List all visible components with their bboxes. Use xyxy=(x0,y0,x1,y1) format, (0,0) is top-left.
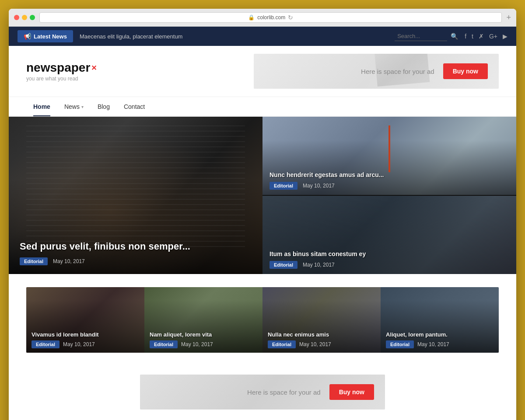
browser-chrome: 🔒 colorlib.com ↻ + xyxy=(9,9,516,27)
nav-item-home[interactable]: Home xyxy=(26,97,57,116)
hero-side-article-2[interactable]: Itum as binus sitam conestum ey Editoria… xyxy=(262,196,516,274)
social-icons: f t ✗ G+ ▶ xyxy=(465,33,508,40)
card-category-1[interactable]: Editorial xyxy=(150,340,178,348)
site-logo: newspaper✕ you are what you read xyxy=(26,61,97,82)
card-title-0: Vivamus id lorem blandit xyxy=(32,331,139,338)
googleplus-icon[interactable]: G+ xyxy=(489,33,497,40)
hero-side-meta-1: Editorial May 10, 2017 xyxy=(270,182,509,190)
section-gap xyxy=(9,274,516,287)
header-ad-banner: Here is space for your ad Buy now xyxy=(254,54,499,89)
card-date-1: May 10, 2017 xyxy=(181,341,213,347)
browser-window: 🔒 colorlib.com ↻ + 📢 Latest News Maecena… xyxy=(9,9,516,420)
chevron-down-icon: ▾ xyxy=(81,104,84,109)
site-header: newspaper✕ you are what you read Here is… xyxy=(9,46,516,97)
hero-main-content: Sed purus velit, finibus non semper... E… xyxy=(9,232,262,274)
hero-main-article[interactable]: Sed purus velit, finibus non semper... E… xyxy=(9,117,262,274)
hero-side-article-1[interactable]: Nunc hendrerit egestas amus ad arcu... E… xyxy=(262,117,516,196)
hero-main-title: Sed purus velit, finibus non semper... xyxy=(20,241,252,252)
logo-text: newspaper xyxy=(26,61,90,75)
hero-side-content-1: Nunc hendrerit egestas amus ad arcu... E… xyxy=(262,166,516,195)
main-nav: Home News ▾ Blog Contact xyxy=(9,97,516,117)
hero-side-meta-2: Editorial May 10, 2017 xyxy=(270,261,509,269)
hero-main-category[interactable]: Editorial xyxy=(20,257,48,265)
cards-grid: Vivamus id lorem blandit Editorial May 1… xyxy=(26,287,499,353)
card-item-0[interactable]: Vivamus id lorem blandit Editorial May 1… xyxy=(26,287,144,353)
address-bar[interactable]: 🔒 colorlib.com ↻ xyxy=(39,12,502,23)
close-button[interactable] xyxy=(14,15,19,20)
hero-side-content-2: Itum as binus sitam conestum ey Editoria… xyxy=(262,245,516,274)
card-title-1: Nam aliquet, lorem vita xyxy=(150,331,257,338)
card-item-2[interactable]: Nulla nec enimus amis Editorial May 10, … xyxy=(262,287,381,353)
tumblr-icon[interactable]: t xyxy=(472,33,473,40)
bottom-ad-section: Here is space for your ad Buy now xyxy=(9,366,516,420)
latest-news-label: Latest News xyxy=(34,33,67,40)
bottom-ad-text: Here is space for your ad xyxy=(247,389,321,396)
card-content-0: Vivamus id lorem blandit Editorial May 1… xyxy=(26,327,144,353)
card-meta-2: Editorial May 10, 2017 xyxy=(268,340,375,348)
card-date-0: May 10, 2017 xyxy=(63,341,95,347)
card-date-3: May 10, 2017 xyxy=(417,341,449,347)
hero-side-date-1: May 10, 2017 xyxy=(303,183,335,189)
news-ticker: Maecenas elit ligula, placerat elementum xyxy=(80,33,388,40)
nav-item-contact[interactable]: Contact xyxy=(117,97,152,116)
cards-section: Vivamus id lorem blandit Editorial May 1… xyxy=(9,287,516,366)
hero-section: Sed purus velit, finibus non semper... E… xyxy=(9,117,516,274)
card-item-3[interactable]: Aliquet, lorem pantum. Editorial May 10,… xyxy=(381,287,499,353)
card-date-2: May 10, 2017 xyxy=(299,341,331,347)
card-content-1: Nam aliquet, lorem vita Editorial May 10… xyxy=(144,327,262,353)
card-item-1[interactable]: Nam aliquet, lorem vita Editorial May 10… xyxy=(144,287,262,353)
card-meta-1: Editorial May 10, 2017 xyxy=(150,340,257,348)
card-category-3[interactable]: Editorial xyxy=(386,340,414,348)
hero-side-category-1[interactable]: Editorial xyxy=(270,182,298,190)
hero-side-category-2[interactable]: Editorial xyxy=(270,261,298,269)
lock-icon: 🔒 xyxy=(248,14,255,21)
facebook-icon[interactable]: f xyxy=(465,33,466,40)
card-title-2: Nulla nec enimus amis xyxy=(268,331,375,338)
youtube-icon[interactable]: ▶ xyxy=(503,33,508,40)
hero-main-meta: Editorial May 10, 2017 xyxy=(20,257,252,265)
minimize-button[interactable] xyxy=(22,15,27,20)
hero-side-title-2: Itum as binus sitam conestum ey xyxy=(270,250,509,257)
logo-x: ✕ xyxy=(91,64,97,72)
card-title-3: Aliquet, lorem pantum. xyxy=(386,331,494,338)
url-text: colorlib.com xyxy=(257,14,285,21)
card-content-3: Aliquet, lorem pantum. Editorial May 10,… xyxy=(381,327,499,353)
refresh-icon[interactable]: ↻ xyxy=(288,14,293,21)
nav-item-news[interactable]: News ▾ xyxy=(57,97,91,116)
latest-news-button[interactable]: 📢 Latest News xyxy=(18,30,73,42)
bottom-ad-banner: Here is space for your ad Buy now xyxy=(140,375,385,410)
logo-tagline: you are what you read xyxy=(26,76,97,82)
hero-sidebar: Nunc hendrerit egestas amus ad arcu... E… xyxy=(262,117,516,274)
hero-main-date: May 10, 2017 xyxy=(53,258,85,264)
maximize-button[interactable] xyxy=(30,15,35,20)
card-category-0[interactable]: Editorial xyxy=(32,340,60,348)
window-controls xyxy=(14,15,35,20)
card-category-2[interactable]: Editorial xyxy=(268,340,296,348)
search-container: 🔍 xyxy=(395,31,458,41)
hero-side-title-1: Nunc hendrerit egestas amus ad arcu... xyxy=(270,171,509,178)
logo[interactable]: newspaper✕ xyxy=(26,61,97,75)
top-bar: 📢 Latest News Maecenas elit ligula, plac… xyxy=(9,27,516,46)
card-meta-3: Editorial May 10, 2017 xyxy=(386,340,494,348)
nav-item-blog[interactable]: Blog xyxy=(91,97,117,116)
twitter-icon[interactable]: ✗ xyxy=(479,33,484,40)
search-input[interactable] xyxy=(395,31,447,41)
card-meta-0: Editorial May 10, 2017 xyxy=(32,340,139,348)
buy-now-button[interactable]: Buy now xyxy=(443,63,488,79)
card-content-2: Nulla nec enimus amis Editorial May 10, … xyxy=(262,327,381,353)
hero-side-date-2: May 10, 2017 xyxy=(303,262,335,268)
search-icon[interactable]: 🔍 xyxy=(451,33,458,40)
ad-text: Here is space for your ad xyxy=(361,68,434,75)
megaphone-icon: 📢 xyxy=(24,33,31,40)
bottom-buy-now-button[interactable]: Buy now xyxy=(329,384,374,400)
new-tab-button[interactable]: + xyxy=(506,13,511,22)
